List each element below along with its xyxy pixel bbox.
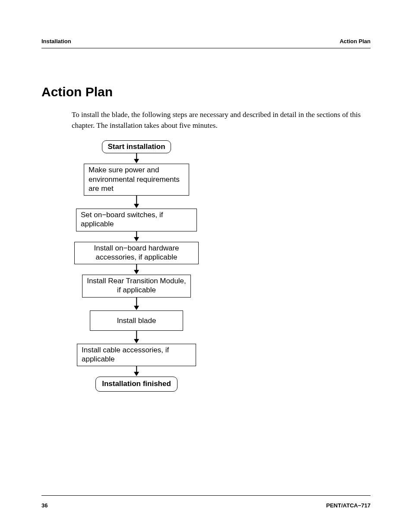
page-number: 36 [41, 502, 48, 509]
flow-step-install-blade: Install blade [90, 310, 183, 331]
arrow-icon [133, 331, 139, 344]
running-header: Installation Action Plan [41, 38, 371, 48]
arrow-icon [133, 366, 139, 377]
intro-paragraph: To install the blade, the following step… [72, 110, 365, 131]
running-footer: 36 PENT/ATCA−717 [41, 502, 371, 509]
arrow-icon [133, 153, 139, 164]
arrow-icon [133, 298, 139, 310]
flow-step-cable-accessories: Install cable accessories, if applicable [77, 344, 196, 367]
doc-id: PENT/ATCA−717 [326, 502, 371, 509]
flow-start: Start installation [102, 140, 171, 153]
flow-step-rear-transition: Install Rear Transition Module, if appli… [82, 275, 191, 298]
flow-step-requirements: Make sure power and environmental requir… [84, 164, 189, 196]
arrow-icon [133, 196, 139, 209]
footer-rule [41, 495, 371, 496]
arrow-icon [133, 264, 139, 275]
header-right: Action Plan [339, 38, 371, 44]
flow-step-switches: Set on−board switches, if applicable [76, 209, 197, 231]
arrow-icon [133, 231, 139, 242]
flow-step-hardware-accessories: Install on−board hardware accessories, i… [74, 242, 199, 265]
section-title: Action Plan [41, 85, 371, 99]
flowchart: Start installation Make sure power and e… [72, 140, 201, 391]
header-left: Installation [41, 38, 71, 44]
flow-end: Installation finished [95, 377, 177, 391]
